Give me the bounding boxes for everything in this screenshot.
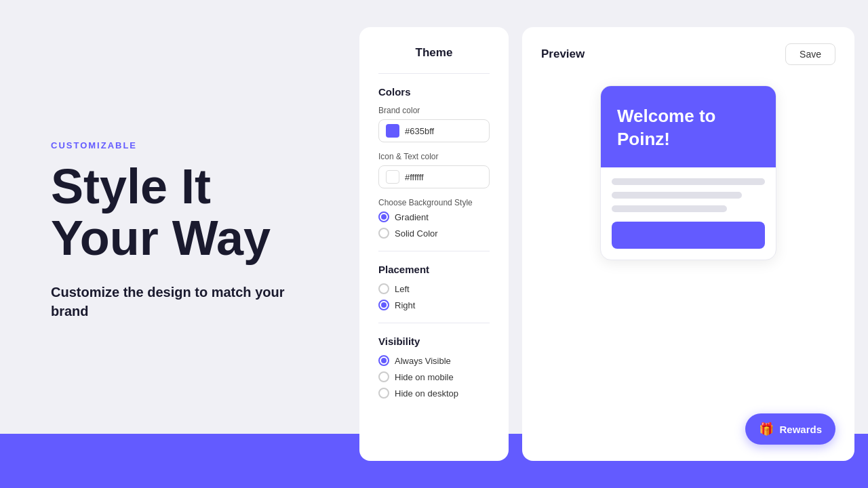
visibility-section-title: Visibility bbox=[378, 336, 490, 347]
brand-color-value: #635bff bbox=[405, 126, 434, 136]
visibility-hide-desktop-label: Hide on desktop bbox=[395, 388, 458, 399]
theme-panel-title: Theme bbox=[378, 46, 490, 60]
visibility-always-label: Always Visible bbox=[395, 356, 451, 366]
widget-banner-text: Welcome to Poinz! bbox=[617, 105, 760, 151]
placement-left-radio bbox=[378, 283, 389, 294]
widget-cta-button bbox=[612, 222, 765, 249]
placement-left-label: Left bbox=[395, 284, 410, 294]
bg-style-group: Gradient Solid Color bbox=[378, 211, 490, 239]
theme-panel: Theme Colors Brand color #635bff Icon & … bbox=[359, 27, 509, 461]
visibility-always[interactable]: Always Visible bbox=[378, 355, 490, 366]
rewards-label: Rewards bbox=[779, 424, 822, 435]
bg-style-solid[interactable]: Solid Color bbox=[378, 228, 490, 239]
panels-area: Theme Colors Brand color #635bff Icon & … bbox=[359, 27, 854, 461]
visibility-hide-mobile[interactable]: Hide on mobile bbox=[378, 371, 490, 382]
visibility-hide-mobile-label: Hide on mobile bbox=[395, 372, 454, 382]
widget-body bbox=[601, 167, 776, 260]
brand-color-swatch bbox=[386, 124, 399, 138]
visibility-always-radio bbox=[378, 355, 389, 366]
placement-group: Left Right bbox=[378, 283, 490, 310]
placement-right[interactable]: Right bbox=[378, 300, 490, 310]
visibility-hide-desktop-radio bbox=[378, 388, 389, 399]
widget-banner-line1: Welcome to bbox=[617, 106, 715, 126]
widget-preview: Welcome to Poinz! bbox=[600, 85, 776, 260]
icon-text-color-value: #ffffff bbox=[405, 172, 424, 182]
skeleton-line-2 bbox=[612, 192, 742, 199]
visibility-group: Always Visible Hide on mobile Hide on de… bbox=[378, 355, 490, 399]
colors-section-title: Colors bbox=[378, 86, 490, 98]
widget-banner: Welcome to Poinz! bbox=[601, 86, 776, 167]
bg-style-label: Choose Background Style bbox=[378, 198, 490, 207]
visibility-hide-mobile-radio bbox=[378, 371, 389, 382]
brand-color-label: Brand color bbox=[378, 106, 490, 115]
widget-banner-line2: Poinz! bbox=[617, 129, 670, 149]
bg-style-gradient-radio bbox=[378, 211, 389, 222]
bg-style-gradient-label: Gradient bbox=[395, 212, 429, 222]
customizable-tag: CUSTOMIZABLE bbox=[51, 140, 319, 150]
headline-line1: Style It bbox=[51, 159, 211, 214]
skeleton-line-3 bbox=[612, 205, 727, 212]
divider-3 bbox=[378, 323, 490, 323]
preview-header: Preview Save bbox=[541, 43, 835, 65]
icon-text-color-swatch bbox=[386, 170, 399, 184]
left-panel: CUSTOMIZABLE Style It Your Way Customize… bbox=[0, 0, 359, 488]
icon-text-color-label: Icon & Text color bbox=[378, 152, 490, 161]
placement-right-label: Right bbox=[395, 300, 415, 310]
gift-icon: 🎁 bbox=[759, 422, 774, 436]
placement-left[interactable]: Left bbox=[378, 283, 490, 294]
bg-style-gradient[interactable]: Gradient bbox=[378, 211, 490, 222]
bg-style-solid-radio bbox=[378, 228, 389, 239]
save-button[interactable]: Save bbox=[785, 43, 835, 65]
preview-panel: Preview Save Welcome to Poinz! bbox=[522, 27, 854, 461]
preview-title: Preview bbox=[541, 47, 585, 61]
rewards-button[interactable]: 🎁 Rewards bbox=[745, 413, 835, 445]
bg-style-solid-label: Solid Color bbox=[395, 228, 438, 239]
divider-1 bbox=[378, 73, 490, 74]
subheadline: Customize the design to match your brand bbox=[51, 283, 319, 321]
placement-right-radio bbox=[378, 300, 389, 310]
headline: Style It Your Way bbox=[51, 161, 319, 264]
icon-text-color-input[interactable]: #ffffff bbox=[378, 165, 490, 188]
brand-color-input[interactable]: #635bff bbox=[378, 119, 490, 142]
headline-line2: Your Way bbox=[51, 211, 271, 265]
placement-section-title: Placement bbox=[378, 264, 490, 275]
divider-2 bbox=[378, 251, 490, 251]
skeleton-line-1 bbox=[612, 178, 765, 185]
visibility-hide-desktop[interactable]: Hide on desktop bbox=[378, 388, 490, 399]
